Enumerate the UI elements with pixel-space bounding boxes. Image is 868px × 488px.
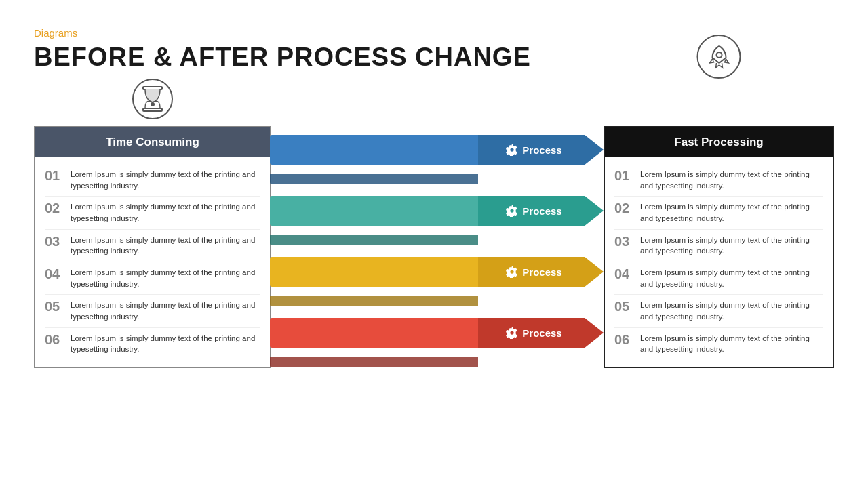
item-num-2: 02 <box>45 201 64 215</box>
left-panel-header: Time Consuming <box>35 127 270 157</box>
flow-row-3: Process <box>270 248 604 296</box>
process-label-4: Process <box>522 327 561 339</box>
band-4-top <box>270 318 478 348</box>
right-panel-box: Fast Processing 01 Lorem Ipsum is simply… <box>604 126 834 368</box>
right-panel-item-2: 02 Lorem Ipsum is simply dummy text of t… <box>614 197 823 229</box>
arrow-4: Process <box>478 318 604 348</box>
item-text-6: Lorem Ipsum is simply dummy text of the … <box>71 333 260 355</box>
item-num-5: 05 <box>45 300 64 313</box>
left-panel: Time Consuming 01 Lorem Ipsum is simply … <box>34 126 271 368</box>
arrow-3: Process <box>478 257 604 287</box>
slide: Diagrams BEFORE & AFTER PROCESS CHANGE T… <box>0 0 868 488</box>
left-panel-item-5: 05 Lorem Ipsum is simply dummy text of t… <box>45 295 260 327</box>
item-text-5: Lorem Ipsum is simply dummy text of the … <box>71 300 260 322</box>
arrow-label-2: Process <box>506 205 561 217</box>
process-label-2: Process <box>522 205 561 217</box>
flow-row-4: Process <box>270 309 604 357</box>
fold-1 <box>270 174 478 184</box>
right-item-num-4: 04 <box>614 267 633 281</box>
process-label-1: Process <box>522 144 561 156</box>
band-2-top <box>270 196 478 226</box>
hourglass-icon <box>132 79 173 119</box>
item-num-4: 04 <box>45 267 64 281</box>
item-num-6: 06 <box>45 333 64 346</box>
right-panel-item-1: 01 Lorem Ipsum is simply dummy text of t… <box>614 164 823 197</box>
right-panel-items: 01 Lorem Ipsum is simply dummy text of t… <box>605 157 833 367</box>
svg-rect-1 <box>143 108 162 111</box>
arrow-2: Process <box>478 196 604 226</box>
left-panel-item-6: 06 Lorem Ipsum is simply dummy text of t… <box>45 328 260 360</box>
right-item-num-3: 03 <box>614 235 633 248</box>
rocket-icon <box>697 35 741 79</box>
right-panel-item-3: 03 Lorem Ipsum is simply dummy text of t… <box>614 230 823 262</box>
band-3-top <box>270 257 478 287</box>
left-panel-item-2: 02 Lorem Ipsum is simply dummy text of t… <box>45 197 260 229</box>
content-area: Time Consuming 01 Lorem Ipsum is simply … <box>34 85 834 368</box>
left-panel-item-3: 03 Lorem Ipsum is simply dummy text of t… <box>45 230 260 262</box>
flow-row-1: Process <box>270 126 604 174</box>
right-panel: Fast Processing 01 Lorem Ipsum is simply… <box>604 85 834 368</box>
arrow-1: Process <box>478 135 604 165</box>
right-item-text-6: Lorem Ipsum is simply dummy text of the … <box>640 333 823 355</box>
band-1-top <box>270 135 478 165</box>
fold-row-2 <box>270 235 604 245</box>
fold-row-3 <box>270 296 604 306</box>
process-label-3: Process <box>522 266 561 278</box>
right-panel-item-6: 06 Lorem Ipsum is simply dummy text of t… <box>614 328 823 360</box>
item-num-1: 01 <box>45 169 64 182</box>
arrow-label-3: Process <box>506 266 561 278</box>
right-item-num-5: 05 <box>614 300 633 313</box>
svg-point-3 <box>716 52 722 58</box>
left-panel-box: Time Consuming 01 Lorem Ipsum is simply … <box>34 126 271 368</box>
right-item-num-6: 06 <box>614 333 633 346</box>
flow-row-2: Process <box>270 187 604 235</box>
item-text-2: Lorem Ipsum is simply dummy text of the … <box>71 201 260 224</box>
arrow-label-4: Process <box>506 327 561 339</box>
right-item-text-2: Lorem Ipsum is simply dummy text of the … <box>640 201 823 224</box>
right-item-text-5: Lorem Ipsum is simply dummy text of the … <box>640 300 823 322</box>
item-text-4: Lorem Ipsum is simply dummy text of the … <box>71 267 260 289</box>
svg-point-2 <box>151 102 155 106</box>
left-panel-item-4: 04 Lorem Ipsum is simply dummy text of t… <box>45 262 260 295</box>
fold-row-4 <box>270 357 604 367</box>
fold-2 <box>270 235 478 245</box>
right-item-text-3: Lorem Ipsum is simply dummy text of the … <box>640 235 823 257</box>
fold-4 <box>270 357 478 367</box>
fold-row-1 <box>270 174 604 184</box>
middle-area: Process Process <box>270 126 604 367</box>
right-item-num-1: 01 <box>614 169 633 182</box>
right-item-num-2: 02 <box>614 201 633 215</box>
left-panel-items: 01 Lorem Ipsum is simply dummy text of t… <box>35 157 270 367</box>
fold-3 <box>270 296 478 306</box>
item-text-1: Lorem Ipsum is simply dummy text of the … <box>71 169 260 191</box>
right-panel-item-4: 04 Lorem Ipsum is simply dummy text of t… <box>614 262 823 295</box>
right-item-text-4: Lorem Ipsum is simply dummy text of the … <box>640 267 823 289</box>
item-text-3: Lorem Ipsum is simply dummy text of the … <box>71 235 260 257</box>
svg-rect-0 <box>143 87 162 89</box>
right-panel-item-5: 05 Lorem Ipsum is simply dummy text of t… <box>614 295 823 327</box>
right-item-text-1: Lorem Ipsum is simply dummy text of the … <box>640 169 823 191</box>
arrow-label-1: Process <box>506 144 561 156</box>
right-panel-header: Fast Processing <box>605 127 833 157</box>
item-num-3: 03 <box>45 235 64 248</box>
left-panel-item-1: 01 Lorem Ipsum is simply dummy text of t… <box>45 164 260 197</box>
